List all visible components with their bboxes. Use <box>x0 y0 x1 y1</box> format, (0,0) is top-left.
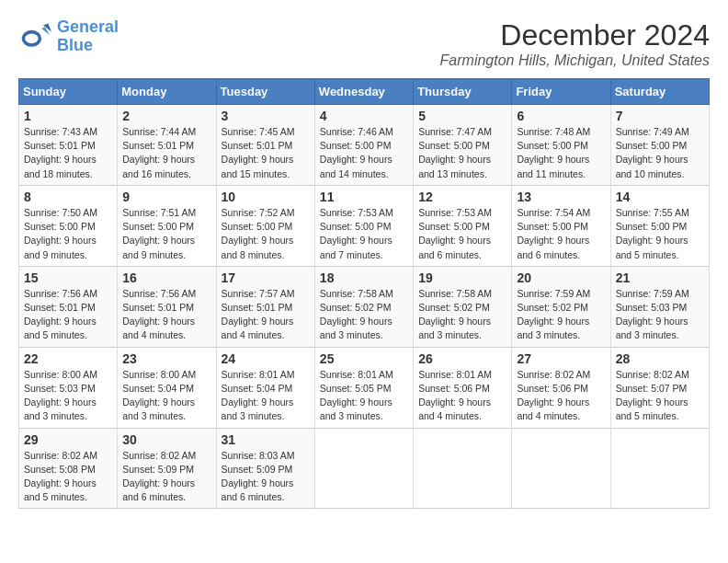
logo-text: General Blue <box>57 18 119 55</box>
day-info: Sunrise: 7:56 AMSunset: 5:01 PMDaylight:… <box>24 287 112 343</box>
day-number: 19 <box>418 270 506 285</box>
day-number: 30 <box>122 432 210 447</box>
day-header-thursday: Thursday <box>414 79 512 105</box>
day-info: Sunrise: 8:02 AMSunset: 5:08 PMDaylight:… <box>24 449 112 505</box>
empty-cell <box>610 428 709 509</box>
day-number: 25 <box>320 351 408 366</box>
day-header-saturday: Saturday <box>610 79 709 105</box>
day-number: 27 <box>517 351 605 366</box>
day-number: 16 <box>122 270 210 285</box>
day-info: Sunrise: 7:53 AMSunset: 5:00 PMDaylight:… <box>418 206 506 262</box>
day-info: Sunrise: 7:44 AMSunset: 5:01 PMDaylight:… <box>122 125 210 181</box>
calendar-day-27: 27Sunrise: 8:02 AMSunset: 5:06 PMDayligh… <box>512 347 610 428</box>
calendar-day-29: 29Sunrise: 8:02 AMSunset: 5:08 PMDayligh… <box>19 428 118 509</box>
day-number: 20 <box>517 270 605 285</box>
empty-cell <box>512 428 610 509</box>
calendar-week-1: 1Sunrise: 7:43 AMSunset: 5:01 PMDaylight… <box>19 105 710 186</box>
day-info: Sunrise: 7:54 AMSunset: 5:00 PMDaylight:… <box>517 206 605 262</box>
calendar-day-15: 15Sunrise: 7:56 AMSunset: 5:01 PMDayligh… <box>19 266 118 347</box>
day-number: 13 <box>517 190 605 204</box>
day-number: 29 <box>24 432 112 447</box>
day-info: Sunrise: 8:00 AMSunset: 5:03 PMDaylight:… <box>24 368 112 424</box>
calendar-day-28: 28Sunrise: 8:02 AMSunset: 5:07 PMDayligh… <box>610 347 709 428</box>
calendar-day-4: 4Sunrise: 7:46 AMSunset: 5:00 PMDaylight… <box>314 105 413 186</box>
day-number: 31 <box>222 432 310 447</box>
day-number: 4 <box>320 109 408 123</box>
empty-cell <box>414 428 512 509</box>
day-info: Sunrise: 8:03 AMSunset: 5:09 PMDaylight:… <box>222 449 310 505</box>
day-info: Sunrise: 8:02 AMSunset: 5:07 PMDaylight:… <box>616 368 704 424</box>
day-info: Sunrise: 7:58 AMSunset: 5:02 PMDaylight:… <box>320 287 408 343</box>
day-header-tuesday: Tuesday <box>216 79 314 105</box>
day-info: Sunrise: 8:01 AMSunset: 5:06 PMDaylight:… <box>418 368 506 424</box>
day-number: 8 <box>24 190 112 204</box>
calendar-day-16: 16Sunrise: 7:56 AMSunset: 5:01 PMDayligh… <box>118 266 216 347</box>
day-number: 2 <box>122 109 210 123</box>
calendar-week-2: 8Sunrise: 7:50 AMSunset: 5:00 PMDaylight… <box>19 185 710 266</box>
day-info: Sunrise: 7:52 AMSunset: 5:00 PMDaylight:… <box>222 206 310 262</box>
day-number: 26 <box>418 351 506 366</box>
day-number: 28 <box>616 351 704 366</box>
calendar-day-25: 25Sunrise: 8:01 AMSunset: 5:05 PMDayligh… <box>314 347 413 428</box>
calendar-day-14: 14Sunrise: 7:55 AMSunset: 5:00 PMDayligh… <box>610 185 709 266</box>
day-number: 6 <box>517 109 605 123</box>
calendar-day-9: 9Sunrise: 7:51 AMSunset: 5:00 PMDaylight… <box>118 185 216 266</box>
calendar-day-17: 17Sunrise: 7:57 AMSunset: 5:01 PMDayligh… <box>216 266 314 347</box>
day-info: Sunrise: 7:56 AMSunset: 5:01 PMDaylight:… <box>122 287 210 343</box>
calendar-week-4: 22Sunrise: 8:00 AMSunset: 5:03 PMDayligh… <box>19 347 710 428</box>
day-number: 9 <box>122 190 210 204</box>
calendar-day-22: 22Sunrise: 8:00 AMSunset: 5:03 PMDayligh… <box>19 347 118 428</box>
calendar-day-7: 7Sunrise: 7:49 AMSunset: 5:00 PMDaylight… <box>610 105 709 186</box>
day-info: Sunrise: 7:43 AMSunset: 5:01 PMDaylight:… <box>24 125 112 181</box>
day-info: Sunrise: 8:01 AMSunset: 5:05 PMDaylight:… <box>320 368 408 424</box>
day-number: 10 <box>222 190 310 204</box>
calendar-day-30: 30Sunrise: 8:02 AMSunset: 5:09 PMDayligh… <box>118 428 216 509</box>
calendar-day-3: 3Sunrise: 7:45 AMSunset: 5:01 PMDaylight… <box>216 105 314 186</box>
calendar-day-11: 11Sunrise: 7:53 AMSunset: 5:00 PMDayligh… <box>314 185 413 266</box>
calendar-day-12: 12Sunrise: 7:53 AMSunset: 5:00 PMDayligh… <box>414 185 512 266</box>
calendar-day-13: 13Sunrise: 7:54 AMSunset: 5:00 PMDayligh… <box>512 185 610 266</box>
calendar-day-19: 19Sunrise: 7:58 AMSunset: 5:02 PMDayligh… <box>414 266 512 347</box>
calendar-day-5: 5Sunrise: 7:47 AMSunset: 5:00 PMDaylight… <box>414 105 512 186</box>
logo-icon <box>18 20 51 53</box>
calendar-day-2: 2Sunrise: 7:44 AMSunset: 5:01 PMDaylight… <box>118 105 216 186</box>
day-info: Sunrise: 8:02 AMSunset: 5:09 PMDaylight:… <box>122 449 210 505</box>
day-number: 22 <box>24 351 112 366</box>
empty-cell <box>314 428 413 509</box>
day-number: 23 <box>122 351 210 366</box>
day-header-friday: Friday <box>512 79 610 105</box>
day-info: Sunrise: 7:55 AMSunset: 5:00 PMDaylight:… <box>616 206 704 262</box>
day-header-sunday: Sunday <box>19 79 118 105</box>
calendar-day-18: 18Sunrise: 7:58 AMSunset: 5:02 PMDayligh… <box>314 266 413 347</box>
day-header-monday: Monday <box>118 79 216 105</box>
day-info: Sunrise: 7:59 AMSunset: 5:03 PMDaylight:… <box>616 287 704 343</box>
day-number: 18 <box>320 270 408 285</box>
day-info: Sunrise: 8:00 AMSunset: 5:04 PMDaylight:… <box>122 368 210 424</box>
day-info: Sunrise: 7:50 AMSunset: 5:00 PMDaylight:… <box>24 206 112 262</box>
day-info: Sunrise: 7:46 AMSunset: 5:00 PMDaylight:… <box>320 125 408 181</box>
day-number: 15 <box>24 270 112 285</box>
day-info: Sunrise: 8:02 AMSunset: 5:06 PMDaylight:… <box>517 368 605 424</box>
day-header-wednesday: Wednesday <box>314 79 413 105</box>
logo: General Blue <box>18 18 119 55</box>
title-block: December 2024 Farmington Hills, Michigan… <box>440 18 710 69</box>
calendar-week-5: 29Sunrise: 8:02 AMSunset: 5:08 PMDayligh… <box>19 428 710 509</box>
day-info: Sunrise: 7:45 AMSunset: 5:01 PMDaylight:… <box>222 125 310 181</box>
day-number: 7 <box>616 109 704 123</box>
calendar-day-24: 24Sunrise: 8:01 AMSunset: 5:04 PMDayligh… <box>216 347 314 428</box>
day-number: 5 <box>418 109 506 123</box>
day-number: 24 <box>222 351 310 366</box>
page-header: General Blue December 2024 Farmington Hi… <box>18 18 710 69</box>
day-number: 14 <box>616 190 704 204</box>
day-info: Sunrise: 7:59 AMSunset: 5:02 PMDaylight:… <box>517 287 605 343</box>
day-info: Sunrise: 7:47 AMSunset: 5:00 PMDaylight:… <box>418 125 506 181</box>
calendar-day-31: 31Sunrise: 8:03 AMSunset: 5:09 PMDayligh… <box>216 428 314 509</box>
calendar-day-26: 26Sunrise: 8:01 AMSunset: 5:06 PMDayligh… <box>414 347 512 428</box>
day-number: 1 <box>24 109 112 123</box>
calendar-week-3: 15Sunrise: 7:56 AMSunset: 5:01 PMDayligh… <box>19 266 710 347</box>
calendar-day-23: 23Sunrise: 8:00 AMSunset: 5:04 PMDayligh… <box>118 347 216 428</box>
day-number: 17 <box>222 270 310 285</box>
calendar-day-1: 1Sunrise: 7:43 AMSunset: 5:01 PMDaylight… <box>19 105 118 186</box>
location: Farmington Hills, Michigan, United State… <box>440 52 710 69</box>
calendar-day-21: 21Sunrise: 7:59 AMSunset: 5:03 PMDayligh… <box>610 266 709 347</box>
